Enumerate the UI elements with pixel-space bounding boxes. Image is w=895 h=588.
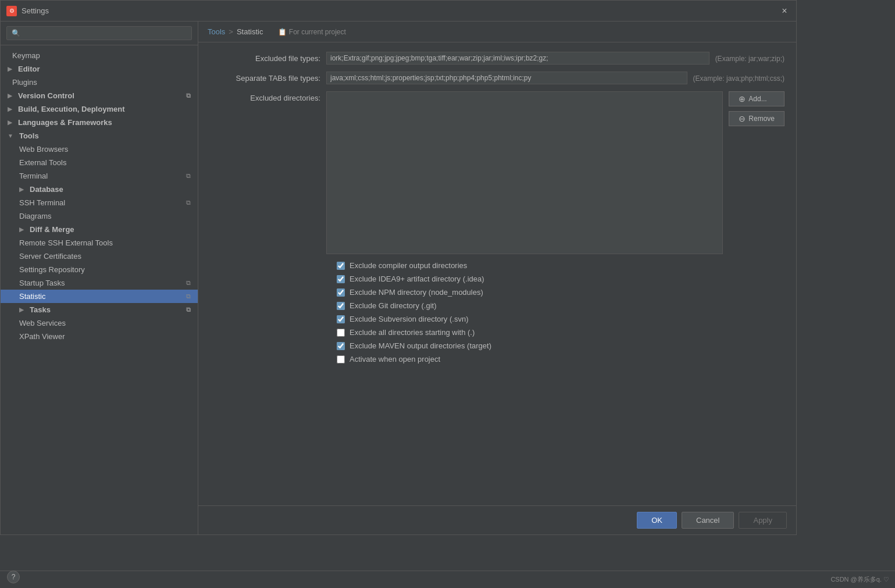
checkbox-all-dirs-dot: Exclude all directories starting with (.… [332,328,785,337]
idea9-artifact-checkbox[interactable] [337,275,345,283]
add-icon: ⊕ [739,94,746,104]
editor-expand-icon: ▶ [8,66,12,72]
sidebar-item-database[interactable]: ▶ Database [1,183,198,196]
npm-directory-checkbox[interactable] [337,288,345,297]
apply-button[interactable]: Apply [739,512,787,529]
add-button[interactable]: ⊕ Add... [729,91,785,106]
activate-open-checkbox[interactable] [337,355,345,364]
excluded-file-types-input[interactable] [326,52,709,65]
statistic-copy-icon: ⧉ [186,293,191,300]
keymap-label: Keymap [12,51,40,60]
idea9-artifact-label: Exclude IDEA9+ artifact directory (.idea… [350,275,484,283]
git-directory-checkbox[interactable] [337,302,345,310]
tasks-expand-icon: ▶ [19,307,24,313]
dialog-footer: OK Cancel Apply [198,505,796,534]
checkbox-section: Exclude compiler output directories Excl… [210,261,785,364]
all-dirs-dot-checkbox[interactable] [337,329,345,337]
vc-label: Version Control [18,91,74,100]
web-browsers-label: Web Browsers [19,145,68,154]
xpath-viewer-label: XPath Viewer [19,332,65,341]
separate-tabs-hint: (Example: java;php;html;css;) [693,72,785,83]
help-button[interactable]: ? [7,571,20,583]
settings-dialog: ⚙ Settings × Keymap ▶ Editor Plugins [0,0,797,535]
breadcrumb-parent[interactable]: Tools [208,27,225,36]
maven-output-label: Exclude MAVEN output directories (target… [350,341,491,350]
diagrams-label: Diagrams [19,212,52,220]
sidebar-item-tasks[interactable]: ▶ Tasks ⧉ [1,303,198,316]
search-input[interactable] [6,26,192,40]
checkbox-idea9-artifact: Exclude IDEA9+ artifact directory (.idea… [332,275,785,283]
sidebar-item-languages[interactable]: ▶ Languages & Frameworks [1,116,198,129]
ssh-copy-icon: ⧉ [186,199,191,206]
checkbox-compiler-output: Exclude compiler output directories [332,261,785,270]
maven-output-checkbox[interactable] [337,342,345,350]
sidebar-item-editor[interactable]: ▶ Editor [1,62,198,76]
svn-directory-checkbox[interactable] [337,315,345,323]
for-project-label: 📋 For current project [278,28,345,36]
excluded-file-types-field: (Example: jar;war;zip;) [326,52,785,65]
checkbox-activate-open: Activate when open project [332,355,785,364]
remove-label: Remove [748,115,775,123]
sidebar-item-ssh-terminal[interactable]: SSH Terminal ⧉ [1,196,198,209]
sidebar-item-build[interactable]: ▶ Build, Execution, Deployment [1,102,198,116]
breadcrumb-current: Statistic [237,27,263,36]
excluded-file-types-label: Excluded file types: [210,52,326,63]
sidebar-item-tools[interactable]: ▼ Tools [1,129,198,142]
remove-button[interactable]: ⊖ Remove [729,111,785,126]
app-icon: ⚙ [6,6,17,16]
diff-expand-icon: ▶ [19,226,24,233]
dialog-body: Keymap ▶ Editor Plugins ▶ Version Contro… [1,22,796,534]
sidebar-item-plugins[interactable]: Plugins [1,76,198,89]
cancel-button[interactable]: Cancel [682,512,734,529]
compiler-output-checkbox[interactable] [337,262,345,270]
separate-tabs-input[interactable] [326,72,687,84]
breadcrumb: Tools > Statistic 📋 For current project [198,22,796,42]
close-button[interactable]: × [779,5,790,17]
startup-tasks-label: Startup Tasks [19,279,65,287]
sidebar-item-diff-merge[interactable]: ▶ Diff & Merge [1,223,198,236]
all-dirs-dot-label: Exclude all directories starting with (.… [350,328,475,337]
server-certs-label: Server Certificates [19,252,81,261]
database-label: Database [30,185,63,194]
bottom-bar: CSDN @养乐多q. ♡ [0,571,895,588]
sidebar-item-version-control[interactable]: ▶ Version Control ⧉ [1,89,198,102]
sidebar: Keymap ▶ Editor Plugins ▶ Version Contro… [1,22,198,534]
sidebar-item-external-tools[interactable]: External Tools [1,156,198,169]
ok-button[interactable]: OK [637,512,677,529]
sidebar-item-diagrams[interactable]: Diagrams [1,209,198,223]
tasks-copy-icon: ⧉ [186,306,191,313]
tools-expand-icon: ▼ [8,133,13,139]
checkbox-maven-output: Exclude MAVEN output directories (target… [332,341,785,350]
separate-tabs-row: Separate TABs file types: (Example: java… [210,72,785,84]
compiler-output-label: Exclude compiler output directories [350,261,467,270]
terminal-copy-icon: ⧉ [186,172,191,180]
title-bar: ⚙ Settings × [1,1,796,22]
sidebar-item-remote-ssh[interactable]: Remote SSH External Tools [1,236,198,250]
build-label: Build, Execution, Deployment [18,105,124,113]
sidebar-item-web-browsers[interactable]: Web Browsers [1,142,198,156]
sidebar-item-startup-tasks[interactable]: Startup Tasks ⧉ [1,276,198,290]
sidebar-item-terminal[interactable]: Terminal ⧉ [1,169,198,183]
checkbox-git-directory: Exclude Git directory (.git) [332,301,785,310]
sidebar-item-web-services[interactable]: Web Services [1,316,198,330]
git-directory-label: Exclude Git directory (.git) [350,301,437,310]
separate-tabs-label: Separate TABs file types: [210,72,326,83]
search-box [1,22,198,45]
dialog-title: Settings [22,6,779,15]
sidebar-item-settings-repository[interactable]: Settings Repository [1,263,198,276]
sidebar-item-keymap[interactable]: Keymap [1,49,198,62]
credit-text: CSDN @养乐多q. ♡ [830,575,889,584]
build-expand-icon: ▶ [8,106,12,112]
npm-directory-label: Exclude NPM directory (node_modules) [350,288,483,297]
ssh-label: SSH Terminal [19,198,65,207]
add-label: Add... [748,95,766,103]
sidebar-item-statistic[interactable]: Statistic ⧉ [1,290,198,303]
breadcrumb-separator: > [229,27,233,36]
sidebar-item-server-certificates[interactable]: Server Certificates [1,250,198,263]
sidebar-item-xpath-viewer[interactable]: XPath Viewer [1,330,198,343]
remove-icon: ⊖ [739,114,746,123]
excluded-dirs-textarea[interactable] [326,91,723,254]
settings-repo-label: Settings Repository [19,265,85,274]
excluded-dirs-field: ⊕ Add... ⊖ Remove [326,91,785,254]
content-area: Excluded file types: (Example: jar;war;z… [198,42,796,505]
